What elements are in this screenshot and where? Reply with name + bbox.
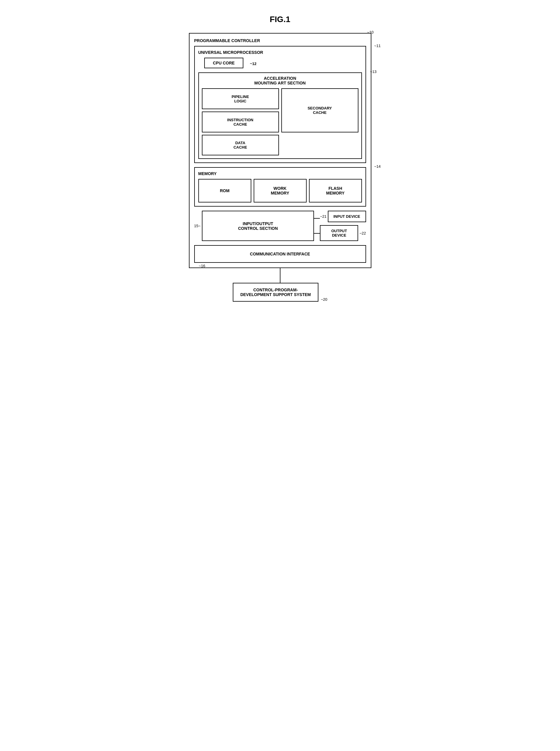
communication-box: COMMUNICATION INTERFACE <box>194 245 366 263</box>
work-memory-cell: WORKMEMORY <box>254 179 307 202</box>
rom-cell: ROM <box>198 179 251 202</box>
accel-label: ACCELERATION MOUNTING ART SECTION <box>202 76 358 85</box>
output-ref-num: ~22 <box>359 231 366 236</box>
memory-label: MEMORY <box>198 171 362 176</box>
page: FIG.1 ~10 PROGRAMMABLE CONTROLLER ~11 UN… <box>177 6 383 310</box>
cpu-ref-num: ~12 <box>250 61 256 66</box>
ump-ref-num: ~11 <box>374 44 380 48</box>
cpd-ref-num: ~20 <box>321 297 327 302</box>
io-line-1 <box>314 218 320 219</box>
pc-label: PROGRAMMABLE CONTROLLER <box>194 38 366 43</box>
ump-label: UNIVERSAL MICROPROCESSOR <box>198 50 362 55</box>
pipeline-logic-cell: PIPELINELOGIC <box>202 88 279 109</box>
flash-memory-cell: FLASHMEMORY <box>309 179 362 202</box>
programmable-controller-box: ~10 PROGRAMMABLE CONTROLLER ~11 UNIVERSA… <box>189 33 372 268</box>
comm-area: COMMUNICATION INTERFACE ~16 <box>194 245 366 263</box>
accel-grid: PIPELINELOGIC SECONDARYCACHE INSTRUCTION… <box>202 88 358 155</box>
comm-ref-num: ~16 <box>199 264 205 268</box>
io-connectors <box>314 211 320 241</box>
instruction-cache-cell: INSTRUCTIONCACHE <box>202 111 279 133</box>
output-device-box: OUTPUT DEVICE <box>320 225 358 241</box>
memory-ref-num: ~14 <box>374 164 380 169</box>
secondary-cache-cell: SECONDARYCACHE <box>281 88 358 133</box>
io-row: 15~ INPUT/OUTPUTCONTROL SECTION <box>194 211 366 241</box>
output-device-row: OUTPUT DEVICE ~22 <box>320 225 366 241</box>
io-control-box: INPUT/OUTPUTCONTROL SECTION <box>202 211 314 241</box>
accel-ref-num: ~13 <box>370 69 376 74</box>
vertical-connector-line <box>280 268 280 283</box>
vertical-connector-area <box>189 268 372 283</box>
cpu-core-box: CPU CORE ~12 <box>204 58 244 68</box>
io-line-2 <box>314 233 320 234</box>
io-ref-area: 15~ <box>194 211 202 241</box>
io-ref-num: 15~ <box>194 224 201 228</box>
input-device-row: ~21 INPUT DEVICE <box>320 211 366 222</box>
cpd-wrapper: CONTROL-PROGRAM-DEVELOPMENT SUPPORT SYST… <box>233 283 327 302</box>
diagram-wrapper: ~10 PROGRAMMABLE CONTROLLER ~11 UNIVERSA… <box>189 33 372 302</box>
memory-box: ~14 MEMORY ROM WORKMEMORY FLASHMEMORY <box>194 167 366 207</box>
figure-title: FIG.1 <box>189 15 372 24</box>
devices-area: ~21 INPUT DEVICE OUTPUT DEVICE <box>320 211 366 241</box>
cpu-core-row: CPU CORE ~12 <box>204 58 362 68</box>
memory-grid: ROM WORKMEMORY FLASHMEMORY <box>198 179 362 202</box>
cpd-box: CONTROL-PROGRAM-DEVELOPMENT SUPPORT SYST… <box>233 283 319 302</box>
input-ref-num: ~21 <box>320 214 326 219</box>
universal-microprocessor-box: ~11 UNIVERSAL MICROPROCESSOR CPU CORE ~1… <box>194 46 366 163</box>
data-cache-cell: DATACACHE <box>202 135 279 155</box>
acceleration-box: ~13 ACCELERATION MOUNTING ART SECTION PI… <box>198 73 362 159</box>
input-device-box: INPUT DEVICE <box>328 211 366 222</box>
